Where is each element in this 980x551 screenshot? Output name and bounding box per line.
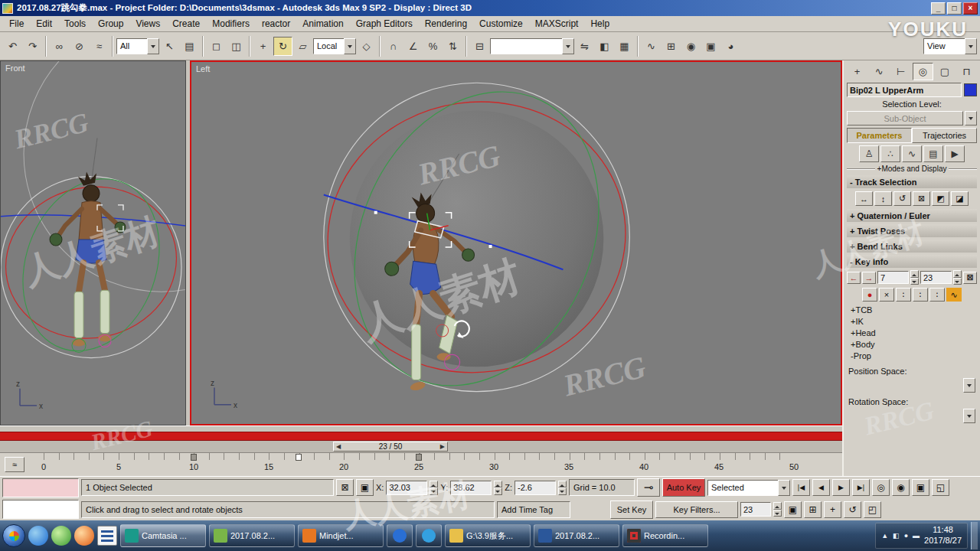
body-horizontal-icon[interactable]: ↔ xyxy=(855,191,873,206)
z-coordinate-field[interactable]: -2.6 xyxy=(514,481,556,495)
minimize-button[interactable]: _ xyxy=(931,2,946,15)
curve-editor-icon[interactable]: ∿ xyxy=(642,37,661,56)
biped-motionflow-mode-icon[interactable]: ∿ xyxy=(902,145,922,162)
quick-render-icon[interactable]: ◕ xyxy=(721,37,740,56)
zoom-extents-all-icon[interactable]: ⊞ xyxy=(804,501,822,518)
select-object-icon[interactable]: ↖ xyxy=(160,37,179,56)
parameters-tab[interactable]: Parameters xyxy=(847,128,912,143)
menu-animation[interactable]: Animation xyxy=(296,16,349,31)
object-color-swatch[interactable] xyxy=(964,83,977,96)
section-ik[interactable]: +IK xyxy=(847,316,977,328)
orange-app-icon[interactable] xyxy=(74,526,94,546)
biped-mixer-mode-icon[interactable]: ▤ xyxy=(923,145,943,162)
percent-snap-icon[interactable]: % xyxy=(423,37,443,56)
chevron-down-icon[interactable] xyxy=(147,38,159,54)
set-key-dot-icon[interactable]: ● xyxy=(862,288,877,302)
viewport-left-active[interactable]: z x Left xyxy=(190,60,842,425)
maximize-viewport-toggle-icon[interactable]: ◰ xyxy=(864,501,881,518)
bind-to-spacewarp-icon[interactable]: ≈ xyxy=(90,37,109,56)
selection-lock-icon[interactable]: ⊠ xyxy=(336,479,354,496)
previous-key-icon[interactable]: ← xyxy=(847,272,861,284)
key-lock-icon[interactable]: ⊠ xyxy=(963,272,977,284)
create-tab-icon[interactable]: + xyxy=(847,63,867,80)
animation-key[interactable] xyxy=(416,454,422,461)
absolute-offset-icon[interactable]: ▣ xyxy=(356,479,374,496)
angle-snap-icon[interactable]: ∠ xyxy=(403,37,423,56)
trajectory-curve-icon[interactable]: ∿ xyxy=(946,288,962,302)
select-and-link-icon[interactable]: ∞ xyxy=(50,37,69,56)
character-model-front[interactable] xyxy=(50,138,126,352)
named-selection-sets-icon[interactable]: ⊟ xyxy=(470,37,489,56)
mirror-icon[interactable]: ⇋ xyxy=(575,37,594,56)
sub-object-button[interactable]: Sub-Object xyxy=(847,111,963,126)
time-slider-handle[interactable]: ◀ 23 / 50 ▶ xyxy=(333,442,448,452)
set-key-button[interactable]: Set Key xyxy=(610,500,653,519)
section-body[interactable]: +Body xyxy=(847,339,977,350)
sphere-object[interactable] xyxy=(350,111,604,367)
align-icon[interactable]: ◧ xyxy=(595,37,614,56)
zoom-all-icon[interactable]: ◉ xyxy=(892,479,910,496)
lock-com-keying-icon[interactable]: ⊠ xyxy=(913,191,930,206)
material-editor-icon[interactable]: ◉ xyxy=(681,37,701,56)
tcb-dot-icon[interactable]: ∶ xyxy=(929,288,945,302)
time-slider-prev[interactable]: ◀ xyxy=(336,443,341,450)
spinner-down[interactable] xyxy=(430,487,438,495)
layer-manager-icon[interactable]: ▦ xyxy=(615,37,634,56)
go-to-end-icon[interactable]: ▶| xyxy=(852,479,870,496)
named-selection-dropdown[interactable] xyxy=(490,38,574,54)
menu-maxscript[interactable]: MAXScript xyxy=(529,16,585,31)
animation-key[interactable] xyxy=(191,454,197,461)
menu-customize[interactable]: Customize xyxy=(473,16,529,31)
arc-rotate-icon[interactable]: ↺ xyxy=(844,501,861,518)
body-rotation-icon[interactable]: ↺ xyxy=(893,191,911,206)
menu-rendering[interactable]: Rendering xyxy=(419,16,473,31)
select-and-scale-icon[interactable]: ▱ xyxy=(293,37,312,56)
animation-key-selected[interactable] xyxy=(296,454,302,461)
chevron-down-icon[interactable] xyxy=(963,409,975,423)
view-dropdown[interactable]: View xyxy=(923,38,977,54)
time-slider-track[interactable]: ◀ 23 / 50 ▶ xyxy=(0,441,842,453)
current-frame-field[interactable]: 23 xyxy=(740,502,771,517)
set-keys-icon[interactable]: ⊸ xyxy=(637,478,660,497)
internet-explorer-icon[interactable] xyxy=(28,526,48,546)
select-and-move-icon[interactable]: + xyxy=(253,37,273,56)
track-bar[interactable]: ≈ 0 5 10 15 20 25 30 35 40 45 50 xyxy=(0,453,842,476)
taskbar-icon-button-2[interactable] xyxy=(416,524,442,547)
manipulate-icon[interactable]: ◇ xyxy=(357,37,376,56)
menu-group[interactable]: Group xyxy=(92,16,129,31)
symmetrical-tracks-icon[interactable]: ◩ xyxy=(932,191,949,206)
viewport-front[interactable]: z x Front xyxy=(0,60,186,425)
spinner-snap-icon[interactable]: ⇅ xyxy=(443,37,462,56)
schematic-view-icon[interactable]: ⊞ xyxy=(662,37,681,56)
viewport-front-label[interactable]: Front xyxy=(5,64,25,73)
taskbar-folder-button[interactable]: G:\3.9服务... xyxy=(445,524,531,547)
menu-file[interactable]: File xyxy=(3,16,30,31)
hierarchy-tab-icon[interactable]: ⊢ xyxy=(890,63,911,80)
chevron-down-icon[interactable] xyxy=(963,378,975,393)
position-space-dropdown[interactable] xyxy=(848,378,975,393)
maximize-button[interactable]: □ xyxy=(947,2,962,15)
rollout-twist-poses[interactable]: + Twist Poses xyxy=(847,224,977,237)
window-crossing-icon[interactable]: ◫ xyxy=(227,37,246,56)
chevron-down-icon[interactable] xyxy=(965,111,977,126)
snap-toggle-icon[interactable]: ∩ xyxy=(384,37,403,56)
rollout-track-selection[interactable]: - Track Selection xyxy=(847,175,977,188)
spinner-up[interactable] xyxy=(773,502,782,510)
modify-tab-icon[interactable]: ∿ xyxy=(869,63,890,80)
body-vertical-icon[interactable]: ↕ xyxy=(874,191,892,206)
taskbar-icon-button-1[interactable] xyxy=(387,524,413,547)
key-number-field[interactable]: 7 xyxy=(877,271,909,284)
spinner-down[interactable] xyxy=(953,278,962,285)
pan-view-icon[interactable]: + xyxy=(824,501,841,518)
time-slider-next[interactable]: ▶ xyxy=(440,443,445,450)
rotation-space-dropdown[interactable] xyxy=(848,409,975,423)
section-tcb[interactable]: +TCB xyxy=(847,305,977,316)
taskbar-camtasia-button[interactable]: Camtasia ... xyxy=(120,524,206,547)
unlink-selection-icon[interactable]: ⊘ xyxy=(70,37,89,56)
rollout-key-info[interactable]: - Key Info xyxy=(847,255,977,268)
redo-icon[interactable]: ↷ xyxy=(23,37,42,56)
word-quicklaunch-icon[interactable] xyxy=(97,526,117,546)
play-animation-icon[interactable]: ▶ xyxy=(832,479,850,496)
selection-filter-dropdown[interactable]: All xyxy=(116,38,159,54)
delete-key-icon[interactable]: × xyxy=(879,288,894,302)
